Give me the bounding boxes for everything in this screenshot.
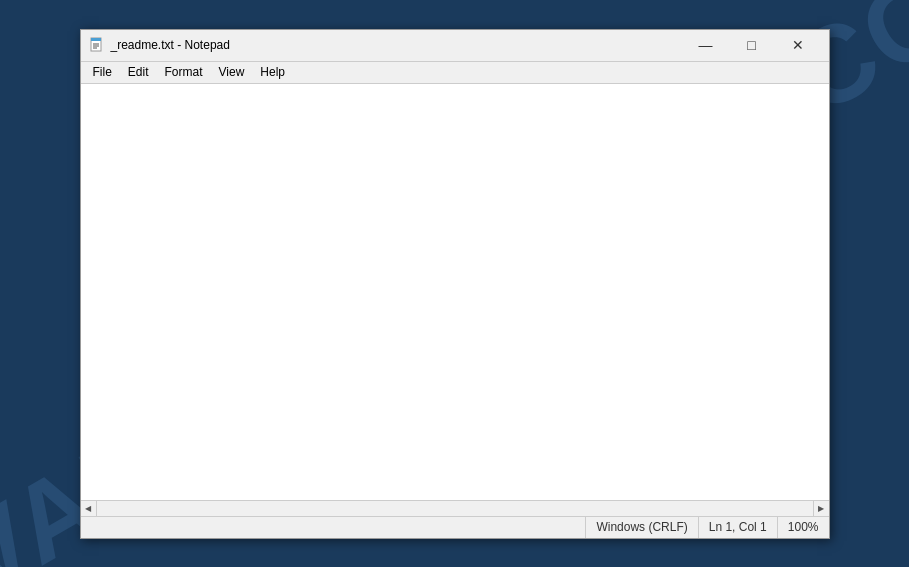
horizontal-scrollbar[interactable]: ◀ ▶ [81, 500, 829, 516]
text-editor[interactable] [81, 84, 829, 500]
menu-file[interactable]: File [85, 63, 120, 81]
app-icon [89, 37, 105, 53]
titlebar: _readme.txt - Notepad — □ ✕ [81, 30, 829, 62]
statusbar-encoding: Windows (CRLF) [585, 517, 697, 538]
statusbar-position: Ln 1, Col 1 [698, 517, 777, 538]
statusbar: Windows (CRLF) Ln 1, Col 1 100% [81, 516, 829, 538]
maximize-button[interactable]: □ [729, 29, 775, 61]
hscroll-right-arrow[interactable]: ▶ [813, 500, 829, 516]
menu-help[interactable]: Help [252, 63, 293, 81]
close-button[interactable]: ✕ [775, 29, 821, 61]
svg-rect-1 [91, 38, 101, 41]
hscroll-track[interactable] [97, 501, 813, 516]
statusbar-zoom: 100% [777, 517, 829, 538]
menu-format[interactable]: Format [157, 63, 211, 81]
window-controls: — □ ✕ [683, 29, 821, 61]
minimize-button[interactable]: — [683, 29, 729, 61]
notepad-window: _readme.txt - Notepad — □ ✕ File Edit Fo… [80, 29, 830, 539]
menu-edit[interactable]: Edit [120, 63, 157, 81]
content-area [81, 84, 829, 500]
window-title: _readme.txt - Notepad [111, 38, 683, 52]
menu-view[interactable]: View [211, 63, 253, 81]
menubar: File Edit Format View Help [81, 62, 829, 84]
hscroll-left-arrow[interactable]: ◀ [81, 500, 97, 516]
